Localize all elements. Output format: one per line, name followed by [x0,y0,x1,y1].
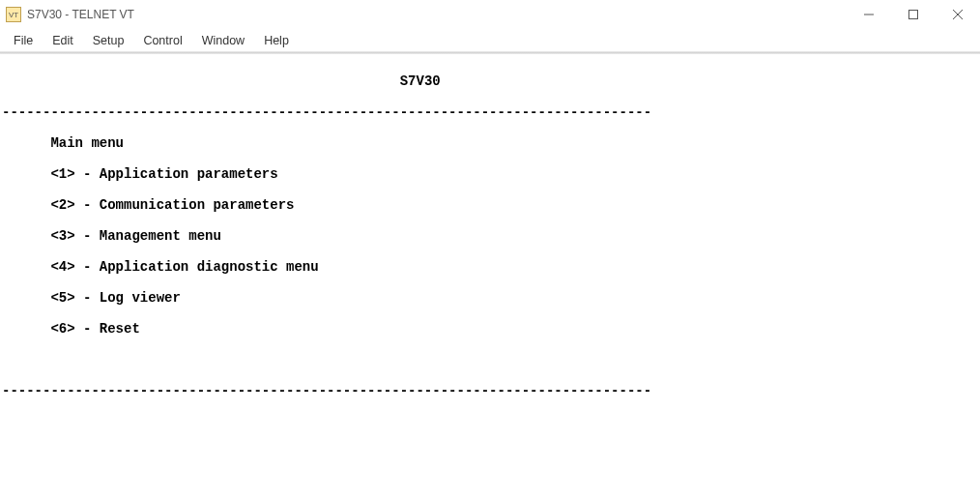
close-button[interactable] [936,0,980,29]
app-icon-label: VT [9,11,18,19]
menu-item-1: <1> - Application parameters [2,166,978,182]
menu-item-3: <3> - Management menu [2,228,978,244]
blank-line-1 [2,352,978,367]
menu-help[interactable]: Help [254,31,299,50]
menu-window[interactable]: Window [192,31,254,50]
menu-item-4: <4> - Application diagnostic menu [2,259,978,275]
blank-line-4 [2,476,978,491]
menu-item-6: <6> - Reset [2,321,978,337]
menu-item-5: <5> - Log viewer [2,290,978,306]
minimize-button[interactable] [847,0,891,29]
menu-file[interactable]: File [4,31,43,50]
terminal[interactable]: S7V30 ----------------------------------… [0,54,980,498]
menubar: File Edit Setup Control Window Help [0,29,980,52]
titlebar: VT S7V30 - TELNET VT [0,0,980,29]
menu-control[interactable]: Control [133,31,191,50]
svg-rect-1 [909,11,918,19]
menu-edit[interactable]: Edit [43,31,83,50]
menu-item-2: <2> - Communication parameters [2,197,978,213]
hr-top: ----------------------------------------… [2,104,978,120]
window-title: S7V30 - TELNET VT [27,8,134,21]
main-menu-label: Main menu [2,135,978,151]
hr-bottom: ----------------------------------------… [2,383,978,398]
maximize-button[interactable] [891,0,936,29]
app-icon: VT [6,7,21,22]
menu-setup[interactable]: Setup [83,31,134,50]
blank-line-2 [2,414,978,429]
blank-line-3 [2,445,978,460]
banner-title: S7V30 [2,73,978,89]
